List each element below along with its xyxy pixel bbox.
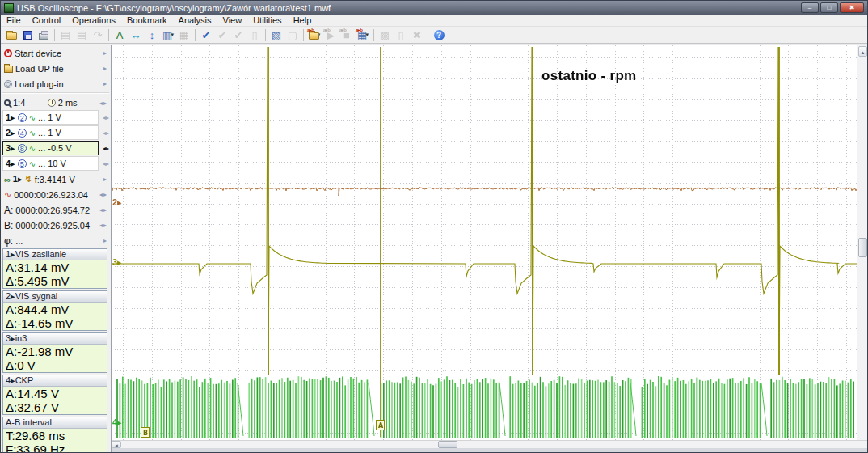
- channel-3-settings[interactable]: 3▸8∿... -0.5 V: [2, 141, 99, 155]
- channel-1-row: 1▸2∿... 1 V◂▸: [2, 110, 109, 125]
- chevron-right-icon[interactable]: ▸: [103, 80, 107, 87]
- channel-3-probe-divider[interactable]: 8: [18, 144, 27, 153]
- chevron-right-icon[interactable]: ▸: [103, 49, 107, 57]
- panel-vis-zasilanie-header[interactable]: 1▸VIS zasilanie: [3, 249, 107, 260]
- load-ab-file-button[interactable]: a▸b▾: [306, 28, 322, 43]
- copy-button: ▤: [57, 28, 74, 43]
- print-button[interactable]: [36, 28, 52, 43]
- accept-down-button: ✔: [214, 28, 230, 43]
- toolbar-separator: [195, 29, 196, 41]
- channel-2-settings[interactable]: 2▸4∿... 1 V: [2, 125, 99, 140]
- channel-2-ground-marker[interactable]: 2▸: [112, 197, 122, 208]
- channel-4-probe-divider[interactable]: 5: [18, 159, 27, 168]
- menu-analysis[interactable]: Analysis: [173, 15, 217, 27]
- ab-values-button[interactable]: ▦a▸b▾: [355, 28, 371, 43]
- copy-special-button: ▤: [74, 28, 90, 43]
- toolbar-separator: [303, 29, 304, 41]
- menu-bookmark[interactable]: Bookmark: [121, 15, 173, 27]
- channel-4-row: 4▸5∿... 10 V◂▸: [2, 156, 109, 171]
- channel-2-row: 2▸4∿... 1 V◂▸: [2, 125, 109, 140]
- trigger-stepper[interactable]: ▸: [103, 176, 107, 183]
- toolbar-separator: [108, 29, 109, 41]
- channel-3-ground-marker[interactable]: 3▸: [112, 257, 122, 268]
- menu-help[interactable]: Help: [288, 15, 318, 27]
- single-sweep-button[interactable]: Λ: [112, 28, 128, 43]
- vertical-scrollbar[interactable]: ▴: [857, 45, 868, 440]
- export-image-button-icon: ▩: [380, 29, 390, 41]
- print-button-icon: [39, 33, 48, 40]
- channel-4-label: 4▸: [6, 159, 15, 169]
- cursor-time-row[interactable]: ∿0000:00:26.923.04◂▸: [1, 187, 111, 202]
- chevron-down-icon[interactable]: ▾: [365, 32, 369, 38]
- channel-1-range[interactable]: ... 1 V: [38, 112, 61, 122]
- vertical-scale-button[interactable]: ↕: [144, 28, 160, 43]
- channel-2-probe-divider[interactable]: 4: [18, 129, 27, 138]
- channel-3-range[interactable]: ... -0.5 V: [38, 143, 72, 153]
- channel-4-settings[interactable]: 4▸5∿... 10 V: [2, 156, 99, 171]
- cursor-time-row-stepper[interactable]: ◂▸: [99, 191, 107, 198]
- titlebar[interactable]: USB Oscilloscope - E:\GT\oscylogramy\osc…: [1, 1, 867, 15]
- vertical-scroll-thumb[interactable]: [858, 238, 867, 257]
- ab-badge: a▸b: [356, 27, 363, 32]
- channel-4-ground-marker[interactable]: 4▸: [112, 417, 122, 428]
- channel-1-settings[interactable]: 1▸2∿... 1 V: [2, 110, 99, 125]
- channel-2-range[interactable]: ... 1 V: [38, 128, 61, 138]
- menu-file[interactable]: File: [1, 15, 27, 27]
- delete-button: ✖: [409, 28, 425, 43]
- report-button: ▯: [246, 28, 263, 43]
- trigger-level-value[interactable]: f:3.4141 V: [35, 175, 75, 184]
- oscilloscope-plot[interactable]: [112, 45, 857, 440]
- panel-ab-interval-header[interactable]: A-B interval: [3, 417, 107, 429]
- channel-4-stepper[interactable]: ◂▸: [99, 160, 109, 167]
- menu-control[interactable]: Control: [27, 15, 66, 27]
- channel-2-stepper[interactable]: ◂▸: [99, 129, 109, 137]
- scroll-left-button[interactable]: ◂: [112, 441, 121, 448]
- accept-button[interactable]: ✔: [198, 28, 214, 43]
- panel-ckp-header[interactable]: 4▸CKP: [3, 375, 107, 387]
- scroll-up-button[interactable]: ▴: [858, 46, 867, 57]
- toolbar: ▤▤↷Λ↔↕▥▾▦✔✔✔▯▧▢a▸b▾▶a▸b■a▸b▦a▸b▾▩▯✖?: [1, 27, 867, 44]
- panel-ckp-value-1: Δ:32.67 V: [3, 400, 107, 414]
- load-plug-in-button[interactable]: Load plug-in▸: [1, 76, 111, 91]
- horizontal-scrollbar[interactable]: ◂: [112, 440, 868, 448]
- load-up-file-button[interactable]: Load UP file▸: [1, 61, 111, 76]
- marker-b-time-row-stepper[interactable]: ◂▸: [99, 222, 107, 229]
- timebase-value[interactable]: 2 ms: [58, 98, 78, 108]
- start-device-button[interactable]: Start device▸: [1, 45, 111, 61]
- select-region-button[interactable]: ▧: [268, 28, 284, 43]
- channel-1-probe-divider[interactable]: 2: [18, 113, 27, 122]
- timebase-stepper[interactable]: ◂▸: [99, 99, 107, 107]
- help-button[interactable]: ?: [431, 28, 447, 43]
- zoom-scale-value[interactable]: 1:4: [13, 98, 25, 108]
- zoom-timebase-row: 1:4 2 ms ◂▸: [1, 95, 111, 110]
- horizontal-scale-button[interactable]: ↔: [128, 28, 144, 43]
- panel-vis-sygnal-header[interactable]: 2▸VIS sygnal: [3, 291, 107, 303]
- close-button[interactable]: ✖: [840, 2, 864, 13]
- open-file-button[interactable]: [3, 28, 19, 43]
- save-button[interactable]: [19, 28, 36, 43]
- inspect-region-button-icon: ▢: [288, 29, 297, 41]
- marker-a-time-row[interactable]: A:0000:00:26.954.72◂▸: [1, 202, 111, 218]
- marker-b-time-row[interactable]: B:0000:00:26.925.04◂▸: [1, 218, 111, 233]
- trigger-row[interactable]: ∞ 1▸ ↯ f:3.4141 V ▸: [1, 171, 111, 187]
- single-sweep-button-icon: Λ: [116, 29, 124, 41]
- phase-row-stepper[interactable]: ▸: [103, 237, 107, 244]
- menu-view[interactable]: View: [217, 15, 248, 27]
- menu-utilities[interactable]: Utilities: [247, 15, 287, 27]
- horizontal-scroll-thumb[interactable]: [438, 441, 457, 448]
- chevron-right-icon[interactable]: ▸: [103, 65, 107, 72]
- restore-button[interactable]: □: [820, 2, 838, 13]
- menu-operations[interactable]: Operations: [66, 15, 121, 27]
- channel-1-stepper[interactable]: ◂▸: [99, 114, 109, 121]
- panel-in3-header[interactable]: 3▸in3: [3, 333, 107, 345]
- sidebar-divider: [2, 92, 109, 94]
- save-button-icon: [23, 31, 32, 40]
- phase-row[interactable]: φ:...▸: [1, 233, 111, 248]
- marker-a-time-row-stepper[interactable]: ◂▸: [99, 206, 107, 214]
- window-title: USB Oscilloscope - E:\GT\oscylogramy\osc…: [17, 3, 331, 13]
- channel-3-stepper[interactable]: ◂▸: [99, 145, 109, 152]
- chevron-down-icon[interactable]: ▾: [171, 32, 174, 38]
- display-mode-button[interactable]: ▥▾: [160, 28, 176, 43]
- channel-4-range[interactable]: ... 10 V: [38, 159, 66, 168]
- minimize-button[interactable]: –: [801, 2, 819, 13]
